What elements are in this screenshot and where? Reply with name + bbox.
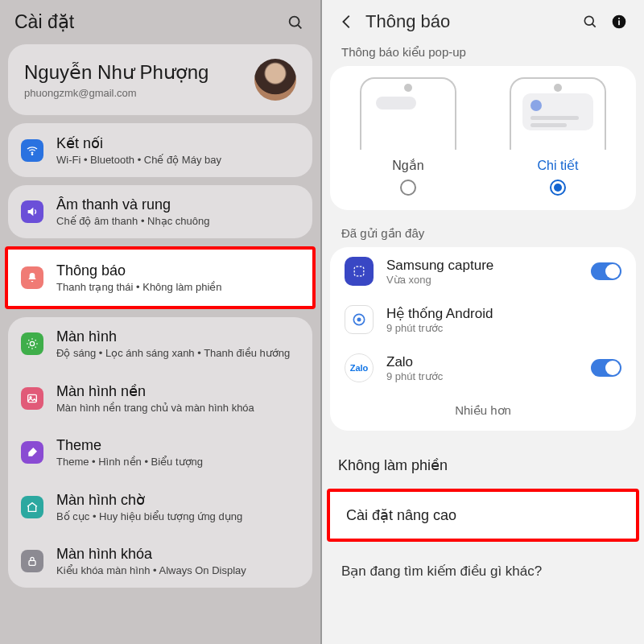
row-subtitle: Wi-Fi • Bluetooth • Chế độ Máy bay xyxy=(56,154,299,166)
svg-point-0 xyxy=(290,16,299,26)
row-subtitle: Độ sáng • Lọc ánh sáng xanh • Thanh điều… xyxy=(56,347,299,359)
app-name: Samsung capture xyxy=(386,258,591,274)
back-icon[interactable] xyxy=(336,11,357,32)
app-icon-samsung xyxy=(345,257,374,286)
app-name: Hệ thống Android xyxy=(386,305,621,322)
popup-option-label: Ngắn xyxy=(392,158,423,173)
phone-illustration-brief xyxy=(360,77,456,150)
recent-card: Samsung captureVừa xongHệ thống Android9… xyxy=(330,247,636,431)
svg-rect-10 xyxy=(618,20,620,25)
settings-pane: Cài đặt Nguyễn Như Phượng phuongzmk@gmai… xyxy=(0,0,322,644)
svg-point-7 xyxy=(584,16,593,25)
settings-row-sound[interactable]: Âm thanh và rungChế độ âm thanh • Nhạc c… xyxy=(8,185,312,238)
recent-section-label: Đã gửi gần đây xyxy=(322,220,644,247)
notifications-pane: Thông báo Thông báo kiểu pop-up NgắnChi … xyxy=(322,0,644,644)
svg-line-8 xyxy=(592,24,596,27)
settings-header: Cài đặt xyxy=(0,0,320,39)
settings-row-theme[interactable]: ThemeTheme • Hình nền • Biểu tượng xyxy=(8,425,312,479)
settings-row-display[interactable]: Màn hìnhĐộ sáng • Lọc ánh sáng xanh • Th… xyxy=(8,317,312,370)
app-subtitle: 9 phút trước xyxy=(386,322,621,334)
settings-row-wallpaper[interactable]: Màn hình nềnMàn hình nền trang chủ và mà… xyxy=(8,370,312,425)
app-icon-zalo: Zalo xyxy=(345,353,374,382)
radio-icon[interactable] xyxy=(400,180,416,196)
footer-question: Bạn đang tìm kiếm điều gì khác? xyxy=(322,545,644,580)
row-title: Kết nối xyxy=(56,134,299,152)
popup-option-brief[interactable]: Ngắn xyxy=(338,77,478,196)
search-icon[interactable] xyxy=(285,12,306,33)
more-button[interactable]: Nhiều hơn xyxy=(330,392,636,431)
svg-line-1 xyxy=(298,24,301,27)
lock-icon xyxy=(21,550,43,572)
toggle-switch[interactable] xyxy=(591,359,621,377)
settings-row-connections[interactable]: Kết nốiWi-Fi • Bluetooth • Chế độ Máy ba… xyxy=(8,123,312,177)
svg-point-3 xyxy=(30,341,34,345)
app-subtitle: Vừa xong xyxy=(386,274,591,286)
row-subtitle: Thanh trạng thái • Không làm phiền xyxy=(56,281,299,293)
svg-point-2 xyxy=(31,154,32,155)
popup-option-detail[interactable]: Chi tiết xyxy=(488,77,628,196)
row-title: Màn hình xyxy=(56,328,299,345)
row-subtitle: Chế độ âm thanh • Nhạc chuông xyxy=(56,215,299,227)
svg-rect-4 xyxy=(28,394,37,402)
recent-app-zalo[interactable]: ZaloZalo9 phút trước xyxy=(330,344,636,392)
radio-icon[interactable] xyxy=(550,180,566,196)
row-title: Màn hình khóa xyxy=(56,546,299,563)
home-icon xyxy=(21,496,43,518)
brush-icon xyxy=(21,441,43,464)
row-subtitle: Theme • Hình nền • Biểu tượng xyxy=(56,456,299,468)
row-title: Theme xyxy=(56,437,299,454)
row-subtitle: Màn hình nền trang chủ và màn hình khóa xyxy=(56,402,299,414)
settings-row-notifications[interactable]: Thông báoThanh trạng thái • Không làm ph… xyxy=(5,246,316,309)
profile-card[interactable]: Nguyễn Như Phượng phuongzmk@gmail.com xyxy=(8,44,312,115)
toggle-switch[interactable] xyxy=(591,262,621,280)
app-icon-android xyxy=(345,305,374,334)
avatar xyxy=(254,59,296,101)
popup-section-label: Thông báo kiểu pop-up xyxy=(322,39,644,66)
app-name: Zalo xyxy=(386,354,591,370)
app-subtitle: 9 phút trước xyxy=(386,370,591,382)
sun-icon xyxy=(21,332,43,355)
svg-rect-6 xyxy=(29,560,35,565)
info-icon[interactable] xyxy=(609,11,630,32)
wifi-icon xyxy=(21,139,43,162)
row-subtitle: Bố cục • Huy hiệu biểu tượng ứng dụng xyxy=(56,510,299,522)
notifications-header: Thông báo xyxy=(322,0,644,39)
profile-email: phuongzmk@gmail.com xyxy=(24,87,254,99)
option-do-not-disturb[interactable]: Không làm phiền xyxy=(322,442,644,489)
row-title: Màn hình nền xyxy=(56,382,299,400)
notifications-title: Thông báo xyxy=(365,11,572,32)
settings-row-lockscreen[interactable]: Màn hình khóaKiểu khóa màn hình • Always… xyxy=(8,534,312,588)
search-icon[interactable] xyxy=(580,11,601,32)
option-advanced-settings[interactable]: Cài đặt nâng cao xyxy=(330,492,636,539)
svg-rect-11 xyxy=(618,18,620,19)
row-title: Thông báo xyxy=(56,262,299,279)
row-subtitle: Kiểu khóa màn hình • Always On Display xyxy=(56,564,299,576)
speaker-icon xyxy=(21,200,43,223)
popup-style-card: NgắnChi tiết xyxy=(330,66,636,210)
settings-row-homescreen[interactable]: Màn hình chờBố cục • Huy hiệu biểu tượng… xyxy=(8,479,312,534)
svg-point-14 xyxy=(357,318,361,322)
svg-rect-12 xyxy=(354,266,364,276)
profile-name: Nguyễn Như Phượng xyxy=(24,61,254,84)
image-icon xyxy=(21,387,43,410)
popup-option-label: Chi tiết xyxy=(538,158,579,173)
bell-icon xyxy=(21,266,43,289)
settings-title: Cài đặt xyxy=(14,11,277,33)
recent-app-android-system[interactable]: Hệ thống Android9 phút trước xyxy=(330,295,636,344)
row-title: Màn hình chờ xyxy=(56,491,299,509)
row-title: Âm thanh và rung xyxy=(56,196,299,213)
recent-app-samsung-capture[interactable]: Samsung captureVừa xong xyxy=(330,247,636,295)
phone-illustration-detail xyxy=(510,77,606,150)
